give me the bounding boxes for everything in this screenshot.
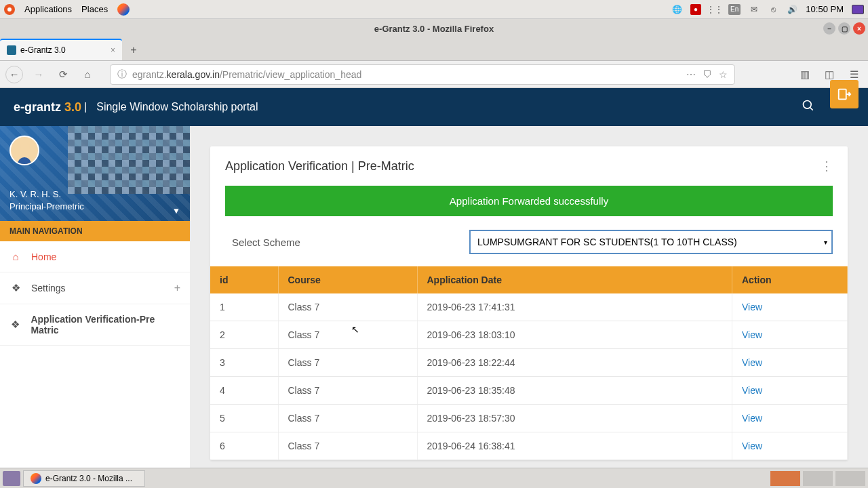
user-card: K. V. R. H. S. Principal-Premetric ▼ — [0, 126, 190, 221]
view-link[interactable]: View — [742, 329, 762, 340]
view-link[interactable]: View — [742, 302, 762, 312]
browser-tab[interactable]: e-Grantz 3.0 × — [0, 39, 122, 60]
mail-icon[interactable]: ✉ — [749, 4, 760, 15]
cell-date: 2019-06-23 18:35:48 — [417, 377, 732, 405]
search-icon[interactable] — [802, 99, 815, 116]
cell-course: Class 7 — [278, 432, 417, 460]
forward-button[interactable]: → — [30, 66, 47, 83]
table-row: 1Class 72019-06-23 17:41:31View — [210, 293, 848, 321]
view-link[interactable]: View — [742, 413, 762, 424]
nav-section-title: MAIN NAVIGATION — [0, 221, 190, 241]
volume-icon[interactable]: 🔊 — [787, 4, 797, 15]
view-link[interactable]: View — [742, 385, 762, 396]
cell-date: 2019-06-23 18:22:44 — [417, 349, 732, 377]
back-button[interactable]: ← — [5, 66, 23, 83]
clock[interactable]: 10:50 PM — [806, 4, 844, 14]
new-tab-button[interactable]: + — [126, 44, 141, 56]
cell-course: Class 7 — [278, 405, 417, 432]
scheme-select[interactable]: LUMPSUMGRANT FOR SC STUDENTS(1 TO 10TH C… — [469, 230, 833, 254]
gnome-bottom-panel: e-Grantz 3.0 - Mozilla ... — [0, 468, 868, 488]
firefox-launcher-icon[interactable] — [117, 3, 130, 16]
browser-toolbar: ← → ⟳ ⌂ ⓘ egrantz.kerala.gov.in/Prematri… — [0, 61, 868, 88]
table-row: 2Class 72019-06-23 18:03:10View — [210, 321, 848, 349]
cell-id: 4 — [210, 377, 278, 405]
site-info-icon[interactable]: ⓘ — [117, 68, 127, 81]
panel-title: Application Verification | Pre-Matric — [225, 159, 414, 174]
record-icon[interactable]: ● — [690, 4, 701, 15]
cell-id: 3 — [210, 349, 278, 377]
maximize-button[interactable]: ▢ — [838, 22, 850, 35]
tab-favicon-icon — [7, 45, 16, 55]
sidebar-item-label: Application Verification-Pre Matric — [31, 314, 180, 336]
cell-date: 2019-06-24 16:38:41 — [417, 432, 732, 460]
close-button[interactable]: × — [853, 22, 865, 35]
taskbar-app-firefox[interactable]: e-Grantz 3.0 - Mozilla ... — [23, 470, 145, 487]
sidebar-item-verification[interactable]: ❖ Application Verification-Pre Matric — [0, 304, 190, 346]
cell-id: 1 — [210, 293, 278, 321]
avatar — [9, 136, 39, 165]
url-bar[interactable]: ⓘ egrantz.kerala.gov.in/Prematric/view_a… — [110, 64, 735, 85]
user-banner-image — [68, 126, 190, 194]
window-title-text: e-Grantz 3.0 - Mozilla Firefox — [374, 24, 494, 34]
monitor-icon[interactable] — [852, 5, 864, 14]
cell-id: 6 — [210, 432, 278, 460]
success-alert: Application Forwarded successfully — [225, 186, 833, 216]
tab-bar: e-Grantz 3.0 × + — [0, 38, 868, 61]
tray-item[interactable] — [835, 471, 865, 486]
svg-point-0 — [804, 100, 812, 108]
table-row: 6Class 72019-06-24 16:38:41View — [210, 432, 848, 460]
svg-rect-2 — [839, 89, 846, 100]
view-link[interactable]: View — [742, 357, 762, 368]
cell-course: Class 7 — [278, 349, 417, 377]
wifi-icon[interactable]: ⋮⋮ — [709, 4, 720, 15]
bookmark-star-icon[interactable]: ☆ — [719, 69, 728, 80]
panel-menu-icon[interactable]: ⋮ — [821, 159, 833, 174]
cell-course: Class 7 — [278, 377, 417, 405]
applications-menu[interactable]: Applications — [24, 4, 72, 14]
sidebar-item-label: Home — [31, 251, 56, 262]
layers-icon: ❖ — [9, 319, 21, 331]
cell-id: 2 — [210, 321, 278, 349]
page-actions-icon[interactable]: ⋯ — [686, 69, 696, 80]
home-icon: ⌂ — [9, 251, 22, 262]
sidebar-item-settings[interactable]: ❖ Settings + — [0, 272, 190, 304]
sidebar-item-label: Settings — [31, 283, 66, 293]
pocket-icon[interactable]: ⛉ — [703, 69, 712, 80]
url-text: egrantz.kerala.gov.in/Prematric/view_app… — [132, 69, 361, 80]
cell-date: 2019-06-23 18:03:10 — [417, 321, 732, 349]
language-indicator[interactable]: En — [728, 4, 741, 15]
th-action: Action — [732, 266, 848, 293]
sidebar-item-home[interactable]: ⌂ Home — [0, 241, 190, 272]
cell-id: 5 — [210, 405, 278, 432]
user-role: Principal-Premetric — [9, 201, 84, 211]
sidebar: K. V. R. H. S. Principal-Premetric ▼ MAI… — [0, 126, 190, 488]
panel: Application Verification | Pre-Matric ⋮ … — [210, 146, 848, 460]
minimize-button[interactable]: – — [823, 22, 835, 35]
brand-divider: | — [84, 101, 87, 113]
cell-date: 2019-06-23 17:41:31 — [417, 293, 732, 321]
tab-close-icon[interactable]: × — [111, 45, 115, 55]
cell-date: 2019-06-23 18:57:30 — [417, 405, 732, 432]
cell-course: Class 7 — [278, 321, 417, 349]
table-row: 3Class 72019-06-23 18:22:44View — [210, 349, 848, 377]
expand-icon[interactable]: + — [174, 282, 180, 294]
brand-subtitle: Single Window Scholarship portal — [96, 101, 258, 113]
user-menu-toggle[interactable]: ▼ — [172, 206, 180, 216]
battery-icon[interactable]: ⎋ — [768, 4, 778, 15]
svg-line-1 — [810, 107, 813, 110]
tray-item[interactable] — [770, 471, 800, 486]
ubuntu-logo-icon[interactable] — [4, 4, 15, 15]
home-button[interactable]: ⌂ — [79, 66, 96, 83]
tray-item[interactable] — [803, 471, 833, 486]
globe-icon[interactable]: 🌐 — [671, 4, 682, 15]
places-menu[interactable]: Places — [81, 4, 108, 14]
th-id: id — [210, 266, 278, 293]
show-desktop-icon[interactable] — [3, 471, 20, 486]
reload-button[interactable]: ⟳ — [54, 66, 72, 83]
brand: e-grantz 3.0 — [14, 100, 81, 115]
library-icon[interactable]: ▥ — [796, 66, 814, 83]
tab-title: e-Grantz 3.0 — [20, 45, 66, 55]
applications-table: id Course Application Date Action 1Class… — [210, 266, 848, 460]
view-link[interactable]: View — [742, 441, 762, 451]
logout-button[interactable] — [830, 80, 859, 108]
